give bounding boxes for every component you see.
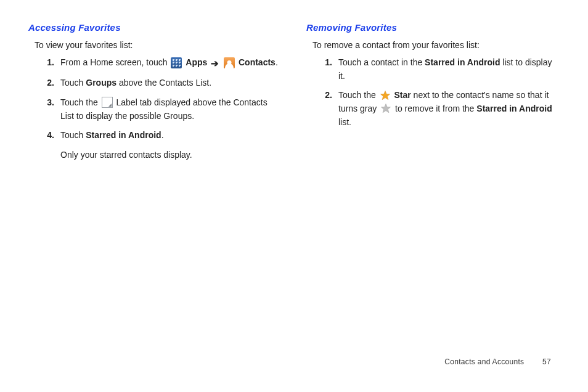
step-note: Only your starred contacts display. <box>60 149 282 162</box>
apps-icon <box>171 57 182 68</box>
intro-removing: To remove a contact from your favorites … <box>312 40 560 50</box>
step-2-accessing: 2. Touch Groups above the Contacts List. <box>44 76 282 90</box>
text: above the Contacts List. <box>116 78 211 88</box>
bold-text: Starred in Android <box>86 130 161 140</box>
step-body: From a Home screen, touch Apps ➔ Contact… <box>60 56 282 70</box>
step-number: 3. <box>44 96 60 123</box>
step-body: Touch Groups above the Contacts List. <box>60 76 282 90</box>
bold-text: Groups <box>86 78 116 88</box>
step-number: 2. <box>44 76 60 90</box>
step-body: Touch a contact in the Starred in Androi… <box>338 56 560 83</box>
text: Touch the <box>60 97 100 107</box>
steps-accessing: 1. From a Home screen, touch Apps ➔ Cont… <box>44 56 282 162</box>
step-number: 2. <box>322 89 338 129</box>
section-title-removing: Removing Favorites <box>306 22 560 33</box>
star-label: Star <box>394 90 411 100</box>
label-tab-icon <box>102 97 113 108</box>
svg-marker-1 <box>382 104 391 113</box>
step-number: 4. <box>44 129 60 161</box>
text: Touch a contact in the <box>338 57 425 67</box>
text: Touch the <box>338 90 378 100</box>
section-title-accessing: Accessing Favorites <box>28 22 282 33</box>
text: . <box>276 57 278 67</box>
text: list. <box>338 117 351 127</box>
arrow-icon: ➔ <box>211 56 219 70</box>
page-footer: Contacts and Accounts 57 <box>0 357 588 366</box>
star-gold-icon <box>380 90 391 101</box>
step-body: Touch Starred in Android. Only your star… <box>60 129 282 161</box>
contacts-icon <box>224 57 235 68</box>
text: Touch <box>60 78 86 88</box>
left-column: Accessing Favorites To view your favorit… <box>28 22 282 345</box>
star-gray-icon <box>380 103 391 114</box>
text: From a Home screen, touch <box>60 57 169 67</box>
page-number: 57 <box>526 357 551 366</box>
step-number: 1. <box>322 56 338 83</box>
step-4-accessing: 4. Touch Starred in Android. Only your s… <box>44 129 282 161</box>
footer-section-name: Contacts and Accounts <box>444 357 524 366</box>
contacts-label: Contacts <box>239 57 276 67</box>
step-body: Touch the Star next to the contact's nam… <box>338 89 560 129</box>
page-body: Accessing Favorites To view your favorit… <box>0 0 588 345</box>
svg-marker-0 <box>380 91 390 99</box>
step-1-removing: 1. Touch a contact in the Starred in And… <box>322 56 560 83</box>
text: . <box>161 130 164 140</box>
steps-removing: 1. Touch a contact in the Starred in And… <box>322 56 560 129</box>
step-3-accessing: 3. Touch the Label tab displayed above t… <box>44 96 282 123</box>
bold-text: Starred in Android <box>476 104 552 113</box>
intro-accessing: To view your favorites list: <box>35 40 282 50</box>
step-1-accessing: 1. From a Home screen, touch Apps ➔ Cont… <box>44 56 282 70</box>
text: to remove it from the <box>395 104 476 113</box>
step-2-removing: 2. Touch the Star next to the contact's … <box>322 89 560 129</box>
apps-label: Apps <box>186 57 207 67</box>
step-number: 1. <box>44 56 60 70</box>
bold-text: Starred in Android <box>425 57 500 67</box>
step-body: Touch the Label tab displayed above the … <box>60 96 282 123</box>
right-column: Removing Favorites To remove a contact f… <box>306 22 560 345</box>
text: Touch <box>60 130 86 140</box>
